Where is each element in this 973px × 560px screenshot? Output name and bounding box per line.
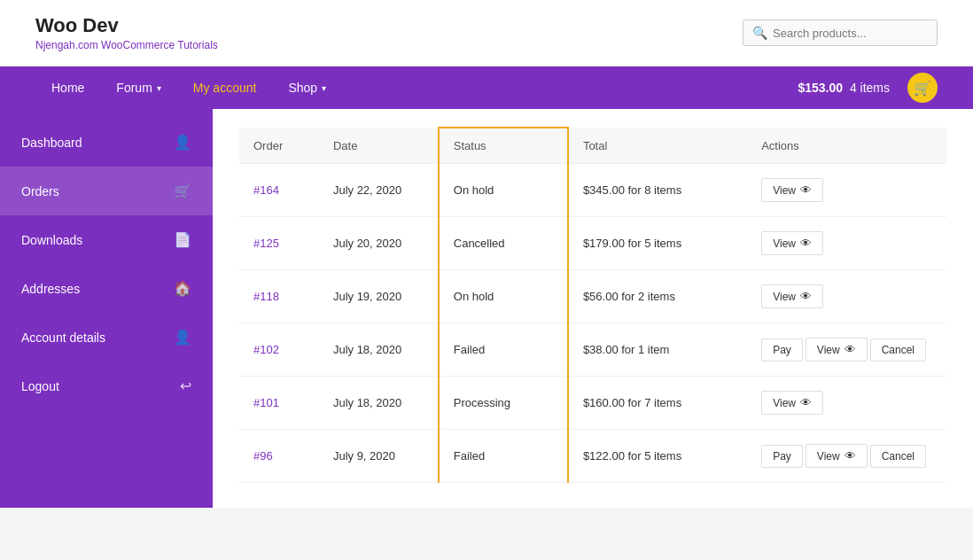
nav-item-myaccount[interactable]: My account <box>177 66 273 109</box>
site-branding: Woo Dev Njengah.com WooCommerce Tutorial… <box>35 14 218 51</box>
cell-date: July 9, 2020 <box>319 430 439 483</box>
table-row: #101July 18, 2020Processing$160.00 for 7… <box>239 377 946 430</box>
cell-total: $38.00 for 1 item <box>568 323 747 377</box>
sidebar-item-logout[interactable]: Logout ↩ <box>0 362 213 410</box>
table-row: #118July 19, 2020On hold$56.00 for 2 ite… <box>239 270 946 323</box>
eye-icon: 👁 <box>800 183 812 197</box>
col-header-status: Status <box>439 128 568 164</box>
cell-total: $179.00 for 5 items <box>568 217 747 270</box>
downloads-icon: 📄 <box>174 231 191 248</box>
eye-icon: 👁 <box>800 237 812 250</box>
table-row: #164July 22, 2020On hold$345.00 for 8 it… <box>239 164 946 217</box>
cell-order: #164 <box>239 164 319 217</box>
cell-status: On hold <box>439 164 568 217</box>
cart-total: $153.00 4 items <box>798 81 890 95</box>
cell-status: On hold <box>439 270 568 323</box>
site-title: Woo Dev <box>35 14 218 37</box>
site-subtitle: Njengah.com WooCommerce Tutorials <box>35 39 218 51</box>
nav-item-home[interactable]: Home <box>35 66 100 109</box>
main-content: Order Date Status Total Actions <box>213 109 973 508</box>
col-header-order: Order <box>239 128 319 164</box>
eye-icon: 👁 <box>800 396 812 409</box>
order-link[interactable]: #164 <box>253 183 279 197</box>
cell-date: July 18, 2020 <box>319 323 439 377</box>
action-btn-view[interactable]: View👁 <box>761 284 823 308</box>
subtitle-plain: Njengah.com WooCommerce <box>35 39 177 51</box>
sidebar-item-addresses[interactable]: Addresses 🏠 <box>0 264 213 313</box>
cell-total: $160.00 for 7 items <box>568 377 747 430</box>
action-btn-pay[interactable]: Pay <box>761 338 803 362</box>
subtitle-highlight: Tutorials <box>177 39 218 51</box>
cell-actions: PayView👁Cancel <box>747 323 946 377</box>
action-btn-view[interactable]: View👁 <box>761 391 823 415</box>
search-box[interactable]: 🔍 <box>743 19 938 46</box>
site-header: Woo Dev Njengah.com WooCommerce Tutorial… <box>0 0 973 66</box>
orders-icon: 🛒 <box>174 183 191 199</box>
table-row: #102July 18, 2020Failed$38.00 for 1 item… <box>239 323 946 377</box>
action-btn-cancel[interactable]: Cancel <box>870 338 926 362</box>
account-details-icon: 👤 <box>174 329 191 346</box>
cell-status: Cancelled <box>439 217 568 270</box>
cell-status: Failed <box>439 323 568 377</box>
action-btn-pay[interactable]: Pay <box>761 445 803 468</box>
col-header-date: Date <box>319 128 439 164</box>
cell-order: #125 <box>239 217 319 270</box>
cell-status: Processing <box>439 377 568 430</box>
action-btn-view[interactable]: View👁 <box>761 178 823 202</box>
sidebar-item-dashboard[interactable]: Dashboard 👤 <box>0 118 213 167</box>
action-btn-view[interactable]: View👁 <box>806 444 868 468</box>
search-input[interactable] <box>773 27 928 40</box>
cell-total: $122.00 for 5 items <box>568 430 747 483</box>
logout-icon: ↩ <box>180 377 191 394</box>
sidebar-item-downloads[interactable]: Downloads 📄 <box>0 215 213 264</box>
order-link[interactable]: #118 <box>253 290 279 303</box>
shop-chevron-icon: ▾ <box>322 83 326 93</box>
cell-actions: View👁 <box>747 270 946 323</box>
order-link[interactable]: #101 <box>253 396 279 409</box>
cart-icon[interactable]: 🛒 <box>907 73 938 103</box>
addresses-icon: 🏠 <box>174 280 191 297</box>
sidebar-item-account-details[interactable]: Account details 👤 <box>0 313 213 362</box>
cell-actions: View👁 <box>747 377 946 430</box>
search-icon: 🔍 <box>752 26 767 40</box>
action-btn-view[interactable]: View👁 <box>761 231 823 255</box>
page-content: Dashboard 👤 Orders 🛒 Downloads 📄 Address… <box>0 109 973 508</box>
cell-status: Failed <box>439 430 568 483</box>
cell-order: #96 <box>239 430 319 483</box>
cell-actions: PayView👁Cancel <box>747 430 946 483</box>
dashboard-icon: 👤 <box>174 134 191 151</box>
table-row: #125July 20, 2020Cancelled$179.00 for 5 … <box>239 217 946 270</box>
cell-date: July 22, 2020 <box>319 164 439 217</box>
eye-icon: 👁 <box>800 290 812 303</box>
cell-actions: View👁 <box>747 217 946 270</box>
table-header-row: Order Date Status Total Actions <box>239 128 946 164</box>
forum-chevron-icon: ▾ <box>157 83 161 93</box>
cell-total: $345.00 for 8 items <box>568 164 747 217</box>
nav-right: $153.00 4 items 🛒 <box>798 73 938 103</box>
order-link[interactable]: #96 <box>253 449 273 463</box>
table-row: #96July 9, 2020Failed$122.00 for 5 items… <box>239 430 946 483</box>
action-btn-view[interactable]: View👁 <box>806 338 868 362</box>
cell-order: #101 <box>239 377 319 430</box>
cell-date: July 18, 2020 <box>319 377 439 430</box>
col-header-total: Total <box>568 128 747 164</box>
eye-icon: 👁 <box>845 343 856 356</box>
nav-item-forum[interactable]: Forum ▾ <box>100 66 176 109</box>
order-link[interactable]: #102 <box>253 343 279 356</box>
action-btn-cancel[interactable]: Cancel <box>870 445 926 468</box>
cell-date: July 19, 2020 <box>319 270 439 323</box>
cell-order: #102 <box>239 323 319 377</box>
cell-order: #118 <box>239 270 319 323</box>
eye-icon: 👁 <box>845 449 856 463</box>
sidebar: Dashboard 👤 Orders 🛒 Downloads 📄 Address… <box>0 109 213 508</box>
cell-total: $56.00 for 2 items <box>568 270 747 323</box>
nav-left: Home Forum ▾ My account Shop ▾ <box>35 66 342 109</box>
orders-table: Order Date Status Total Actions <box>239 127 946 483</box>
cell-actions: View👁 <box>747 164 946 217</box>
order-link[interactable]: #125 <box>253 237 279 250</box>
col-header-actions: Actions <box>747 128 946 164</box>
nav-item-shop[interactable]: Shop ▾ <box>272 66 342 109</box>
cell-date: July 20, 2020 <box>319 217 439 270</box>
main-nav: Home Forum ▾ My account Shop ▾ $153.00 4… <box>0 66 973 109</box>
sidebar-item-orders[interactable]: Orders 🛒 <box>0 167 213 215</box>
